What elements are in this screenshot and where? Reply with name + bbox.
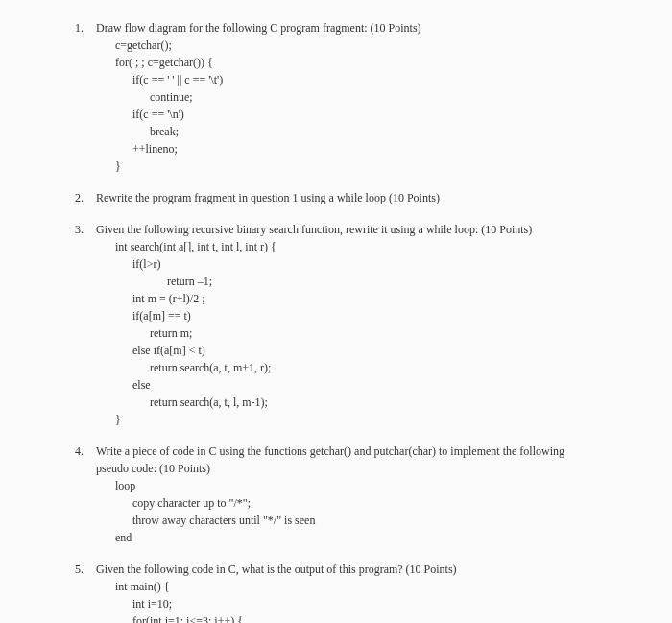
question-prompt: Given the following code in C, what is t… — [96, 561, 595, 578]
code-line: throw away characters until "*/" is seen — [115, 512, 595, 529]
code-line: int m = (r+l)/2 ; — [115, 290, 595, 307]
code-line: break; — [115, 123, 595, 140]
code-block: int main() { int i=10; for(int j=1; j<=3… — [115, 578, 595, 623]
code-line: loop — [115, 477, 595, 494]
question-prompt: Write a piece of code in C using the fun… — [96, 443, 595, 477]
question-5: 5.Given the following code in C, what is… — [96, 561, 595, 623]
question-prompt: Given the following recursive binary sea… — [96, 221, 595, 238]
code-block: int search(int a[], int t, int l, int r)… — [115, 238, 595, 428]
question-1: 1.Draw flow diagram for the following C … — [96, 19, 595, 175]
question-prompt: Rewrite the program fragment in question… — [96, 189, 595, 206]
code-line: if(c == '\n') — [115, 106, 595, 123]
code-line: if(c == ' ' || c == '\t') — [115, 71, 595, 88]
code-line: return m; — [115, 324, 595, 342]
code-line: end — [115, 529, 595, 546]
code-line: else — [115, 376, 595, 394]
code-line: c=getchar(); — [115, 36, 595, 54]
code-line: } — [115, 411, 595, 428]
question-4: 4.Write a piece of code in C using the f… — [96, 443, 595, 546]
code-line: else if(a[m] < t) — [115, 342, 595, 359]
code-line: int main() { — [115, 578, 595, 595]
code-line: ++lineno; — [115, 140, 595, 157]
code-line: copy character up to "/*"; — [115, 494, 595, 512]
document-content: 1.Draw flow diagram for the following C … — [96, 19, 595, 623]
code-line: int i=10; — [115, 595, 595, 612]
question-3: 3.Given the following recursive binary s… — [96, 221, 595, 428]
question-prompt: Draw flow diagram for the following C pr… — [96, 19, 595, 36]
code-line: continue; — [115, 88, 595, 106]
code-line: if(a[m] == t) — [115, 307, 595, 324]
code-line: for(int j=1; j<=3; j++) { — [115, 612, 595, 623]
code-line: if(l>r) — [115, 255, 595, 273]
code-line: return search(a, t, l, m-1); — [115, 394, 595, 411]
code-line: } — [115, 157, 595, 175]
question-number: 5. — [75, 561, 84, 578]
question-number: 1. — [75, 19, 84, 36]
question-number: 2. — [75, 189, 84, 206]
question-number: 4. — [75, 443, 84, 460]
question-2: 2.Rewrite the program fragment in questi… — [96, 189, 595, 206]
code-line: return –1; — [115, 273, 595, 290]
question-number: 3. — [75, 221, 84, 238]
code-line: for( ; ; c=getchar()) { — [115, 54, 595, 71]
code-block: loop copy character up to "/*"; throw aw… — [115, 477, 595, 546]
code-block: c=getchar();for( ; ; c=getchar()) { if(c… — [115, 36, 595, 175]
code-line: return search(a, t, m+1, r); — [115, 359, 595, 376]
code-line: int search(int a[], int t, int l, int r)… — [115, 238, 595, 255]
